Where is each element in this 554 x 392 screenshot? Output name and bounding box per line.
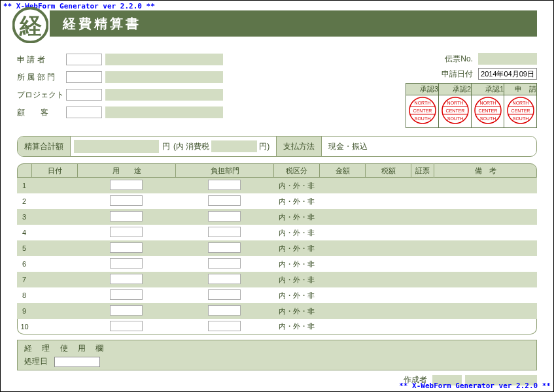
date-cell[interactable] [31,178,77,193]
tax-class-cell[interactable]: 内・外・非 [273,240,319,256]
purpose-cell[interactable] [77,256,175,272]
taxamt-cell[interactable] [365,240,411,256]
taxamt-cell[interactable] [365,178,411,193]
date-cell[interactable] [31,209,77,225]
dept-cell[interactable] [175,303,273,319]
tax-class-cell[interactable]: 内・外・非 [273,319,319,335]
applicant-name-input[interactable] [105,54,223,65]
purpose-cell[interactable] [77,225,175,240]
remarks-cell[interactable] [434,193,537,209]
taxamt-cell[interactable] [365,319,411,335]
project-code-input[interactable] [66,89,102,101]
purpose-cell[interactable] [77,193,175,209]
receipt-cell[interactable] [411,272,434,287]
date-cell[interactable] [31,287,77,303]
amount-cell[interactable] [319,256,365,272]
amount-cell[interactable] [319,240,365,256]
amount-cell[interactable] [319,319,365,335]
remarks-cell[interactable] [434,240,537,256]
dept-input[interactable] [208,227,241,237]
tax-class-cell[interactable]: 内・外・非 [273,225,319,240]
remarks-cell[interactable] [434,272,537,287]
dept-input[interactable] [208,180,241,190]
amount-cell[interactable] [319,225,365,240]
amount-cell[interactable] [319,209,365,225]
receipt-cell[interactable] [411,319,434,335]
purpose-input[interactable] [110,258,143,269]
amount-cell[interactable] [319,303,365,319]
department-code-input[interactable] [66,71,102,83]
receipt-cell[interactable] [411,256,434,272]
dept-cell[interactable] [175,319,273,335]
date-cell[interactable] [31,303,77,319]
dept-input[interactable] [208,289,241,300]
remarks-cell[interactable] [434,303,537,319]
purpose-cell[interactable] [77,319,175,335]
taxamt-cell[interactable] [365,256,411,272]
receipt-cell[interactable] [411,193,434,209]
receipt-cell[interactable] [411,240,434,256]
project-name-input[interactable] [105,89,223,101]
taxamt-cell[interactable] [365,272,411,287]
dept-input[interactable] [208,258,241,269]
tax-class-cell[interactable]: 内・外・非 [273,303,319,319]
tax-class-cell[interactable]: 内・外・非 [273,272,319,287]
process-date-input[interactable] [54,357,100,367]
applicant-code-input[interactable] [66,54,102,65]
purpose-input[interactable] [110,227,143,237]
amount-cell[interactable] [319,272,365,287]
tax-class-cell[interactable]: 内・外・非 [273,256,319,272]
receipt-cell[interactable] [411,225,434,240]
remarks-cell[interactable] [434,256,537,272]
purpose-input[interactable] [110,195,143,206]
dept-input[interactable] [208,305,241,316]
purpose-cell[interactable] [77,272,175,287]
department-name-input[interactable] [105,71,223,83]
remarks-cell[interactable] [434,287,537,303]
application-date-input[interactable]: 2014年04月09日 [478,68,537,80]
tax-class-cell[interactable]: 内・外・非 [273,193,319,209]
purpose-cell[interactable] [77,209,175,225]
receipt-cell[interactable] [411,303,434,319]
taxamt-cell[interactable] [365,287,411,303]
purpose-input[interactable] [110,211,143,221]
purpose-input[interactable] [110,321,143,331]
dept-cell[interactable] [175,240,273,256]
amount-cell[interactable] [319,287,365,303]
remarks-cell[interactable] [434,209,537,225]
date-cell[interactable] [31,272,77,287]
dept-cell[interactable] [175,256,273,272]
receipt-cell[interactable] [411,287,434,303]
taxamt-cell[interactable] [365,209,411,225]
remarks-cell[interactable] [434,178,537,193]
date-cell[interactable] [31,319,77,335]
purpose-input[interactable] [110,274,143,284]
taxamt-cell[interactable] [365,193,411,209]
customer-code-input[interactable] [66,106,102,118]
date-cell[interactable] [31,193,77,209]
customer-name-input[interactable] [105,106,223,118]
dept-input[interactable] [208,321,241,331]
dept-input[interactable] [208,242,241,253]
dept-cell[interactable] [175,225,273,240]
date-cell[interactable] [31,240,77,256]
dept-cell[interactable] [175,209,273,225]
purpose-cell[interactable] [77,178,175,193]
dept-cell[interactable] [175,193,273,209]
amount-cell[interactable] [319,193,365,209]
receipt-cell[interactable] [411,178,434,193]
dept-cell[interactable] [175,287,273,303]
tax-amount-input[interactable] [211,140,257,152]
total-amount-input[interactable] [74,140,159,153]
taxamt-cell[interactable] [365,303,411,319]
taxamt-cell[interactable] [365,225,411,240]
dept-cell[interactable] [175,272,273,287]
tax-class-cell[interactable]: 内・外・非 [273,287,319,303]
slip-number-input[interactable] [478,53,537,65]
dept-cell[interactable] [175,178,273,193]
purpose-input[interactable] [110,289,143,300]
dept-input[interactable] [208,274,241,284]
dept-input[interactable] [208,195,241,206]
date-cell[interactable] [31,256,77,272]
remarks-cell[interactable] [434,319,537,335]
